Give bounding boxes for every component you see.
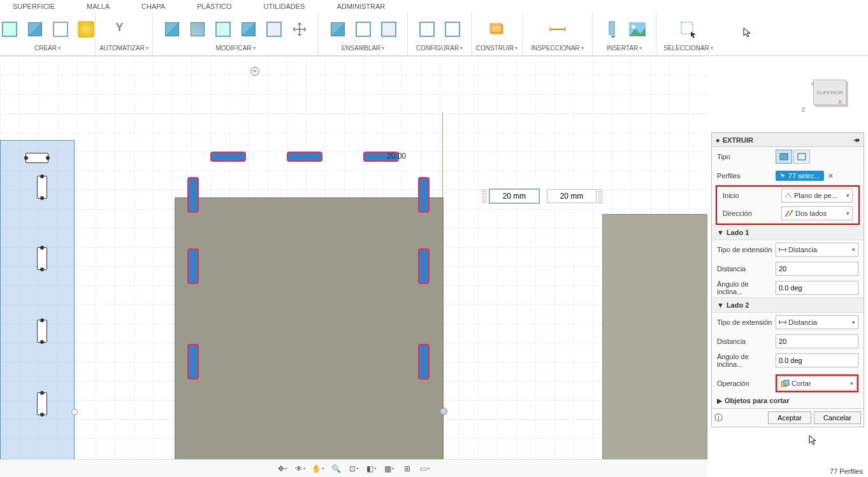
section-lado1[interactable]: ▼Lado 1 <box>712 225 864 240</box>
dimension-input-1[interactable]: 20 mm <box>489 189 539 203</box>
nav-display-icon[interactable]: ◧ <box>363 462 380 476</box>
selected-profile[interactable] <box>418 344 430 380</box>
canvas[interactable]: − 20.00 20 mm 20 mm <box>0 56 707 459</box>
distance-icon <box>779 246 786 253</box>
view-cube[interactable]: Y X Z SUPERIOR <box>811 80 849 113</box>
axis-y-label: Y <box>811 81 814 87</box>
assemble-motion-icon[interactable] <box>377 18 400 41</box>
group-crear[interactable]: CREAR <box>34 45 61 52</box>
dimension-readout: 20.00 <box>387 152 406 160</box>
browser-collapse-button[interactable]: − <box>250 67 259 76</box>
selected-profile[interactable] <box>187 177 199 213</box>
pin-icon[interactable]: ↠ <box>853 136 860 145</box>
collapse-icon[interactable]: ● <box>716 136 720 144</box>
move-icon[interactable] <box>288 18 311 41</box>
group-construir[interactable]: CONSTRUIR <box>476 45 517 52</box>
group-ensamblar[interactable]: ENSAMBLAR <box>342 45 385 52</box>
extent-type-2-select[interactable]: Distancia <box>776 315 858 329</box>
accept-button[interactable]: Aceptar <box>768 411 811 424</box>
selected-profile[interactable] <box>418 248 430 284</box>
distance-2-input[interactable] <box>776 334 858 348</box>
group-automatizar[interactable]: AUTOMATIZAR <box>99 45 148 52</box>
group-seleccionar[interactable]: SELECCIONAR <box>663 45 713 52</box>
label-tipoext2: Tipo de extensión <box>717 318 776 326</box>
insert-derive-icon[interactable] <box>600 18 623 41</box>
cancel-button[interactable]: Cancelar <box>814 411 861 424</box>
operation-select[interactable]: Cortar <box>778 376 857 390</box>
press-pull-icon[interactable] <box>161 18 184 41</box>
nav-grid-icon[interactable]: ▦ <box>381 462 398 476</box>
center-marker[interactable] <box>440 408 447 415</box>
insert-image-icon[interactable] <box>626 18 649 41</box>
dim-grip[interactable] <box>482 189 487 203</box>
type-thin-button[interactable] <box>793 150 810 164</box>
fillet-icon[interactable] <box>186 18 209 41</box>
tab-chapa[interactable]: CHAPA <box>141 3 165 10</box>
selected-profile[interactable] <box>418 177 430 213</box>
shell-icon[interactable] <box>212 18 235 41</box>
label-tipoext1: Tipo de extensión <box>717 246 776 253</box>
tab-plastico[interactable]: PLÁSTICO <box>197 3 231 10</box>
panel-header[interactable]: ● EXTRUIR ↠ <box>712 133 864 147</box>
combine-icon[interactable] <box>237 18 260 41</box>
sketch-slot[interactable] <box>37 176 47 199</box>
section-lado2[interactable]: ▼Lado 2 <box>712 297 864 313</box>
align-icon[interactable] <box>263 18 286 41</box>
taper-1-input[interactable] <box>776 281 858 295</box>
sketch-slot[interactable] <box>25 153 48 163</box>
measure-icon[interactable] <box>546 18 569 41</box>
group-inspeccionar[interactable]: INSPECCIONAR <box>531 45 583 52</box>
dimension-input-2[interactable]: 20 mm <box>547 189 597 203</box>
dim-grip[interactable] <box>598 189 603 203</box>
nav-fit-icon[interactable]: ⊡ <box>345 462 362 476</box>
selected-profile[interactable] <box>287 152 322 162</box>
info-icon[interactable]: ⓘ <box>714 412 723 424</box>
group-configurar[interactable]: CONFIGURAR <box>416 45 463 52</box>
sketch-slot[interactable] <box>37 247 47 270</box>
tab-superficie[interactable]: SUPERFICIE <box>13 3 55 10</box>
create-cylinder-icon[interactable] <box>24 18 47 41</box>
construct-plane-icon[interactable] <box>486 18 509 41</box>
svg-point-12 <box>792 210 793 212</box>
nav-look-icon[interactable]: 👁 <box>292 462 308 476</box>
nav-viewport-icon[interactable]: ▭ <box>417 462 433 476</box>
extent-type-1-select[interactable]: Distancia <box>776 243 858 257</box>
automate-icon[interactable] <box>113 18 136 41</box>
nav-pan-icon[interactable]: ✋ <box>310 462 326 476</box>
config-table-icon[interactable] <box>441 18 464 41</box>
selected-profile[interactable] <box>187 248 199 284</box>
distance-1-input[interactable] <box>776 262 858 276</box>
create-box-icon[interactable] <box>0 18 21 41</box>
group-insertar[interactable]: INSERTAR <box>607 45 642 52</box>
distance-icon <box>779 319 786 325</box>
inicio-select[interactable]: Plano de pe... <box>781 189 853 203</box>
tab-malla[interactable]: MALLA <box>87 3 110 10</box>
nav-zoom-icon[interactable]: 🔍 <box>328 462 344 476</box>
assemble-rigid-icon[interactable] <box>352 18 375 41</box>
right-body[interactable] <box>602 214 707 463</box>
sketch-slot[interactable] <box>37 320 47 343</box>
selected-profile[interactable] <box>210 152 246 162</box>
tab-administrar[interactable]: ADMINISTRAR <box>336 3 385 10</box>
label-direccion: Dirección <box>723 210 781 217</box>
group-modificar[interactable]: MODIFICAR <box>215 45 255 52</box>
create-sculpt-icon[interactable] <box>75 18 98 41</box>
type-solid-button[interactable] <box>776 150 792 164</box>
section-objetos[interactable]: ▶Objetos para cortar <box>712 393 864 408</box>
tab-utilidades[interactable]: UTILIDADES <box>264 3 305 10</box>
nav-snap-icon[interactable]: ⊞ <box>399 462 416 476</box>
assemble-joint-icon[interactable] <box>326 18 349 41</box>
selected-profile[interactable] <box>187 344 199 380</box>
taper-2-input[interactable] <box>776 353 858 367</box>
ribbon: CREAR AUTOMATIZAR MODIFICAR ENSAMBLAR CO… <box>0 13 868 56</box>
sketch-slot[interactable] <box>37 392 47 415</box>
profiles-chip[interactable]: 77 selec... <box>776 171 824 181</box>
select-icon[interactable] <box>677 18 700 41</box>
label-distancia2: Distancia <box>717 338 776 345</box>
config-icon[interactable] <box>416 18 438 41</box>
nav-orbit-icon[interactable]: ✥ <box>274 462 291 476</box>
direccion-select[interactable]: Dos lados <box>781 206 853 220</box>
center-body[interactable] <box>175 197 444 466</box>
profiles-clear-button[interactable]: × <box>828 171 833 181</box>
create-form-icon[interactable] <box>49 18 72 41</box>
